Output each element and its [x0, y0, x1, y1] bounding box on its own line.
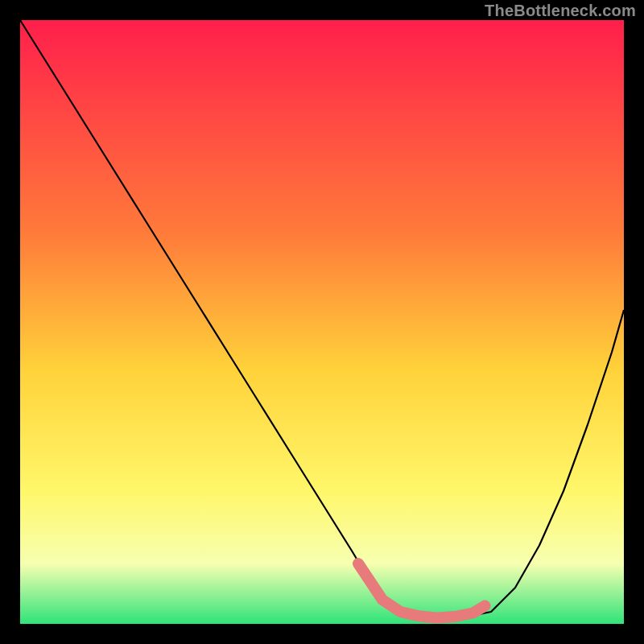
bottleneck-chart	[0, 0, 644, 644]
chart-frame: { "watermark": "TheBottleneck.com", "col…	[0, 0, 644, 644]
plot-background	[20, 20, 624, 624]
